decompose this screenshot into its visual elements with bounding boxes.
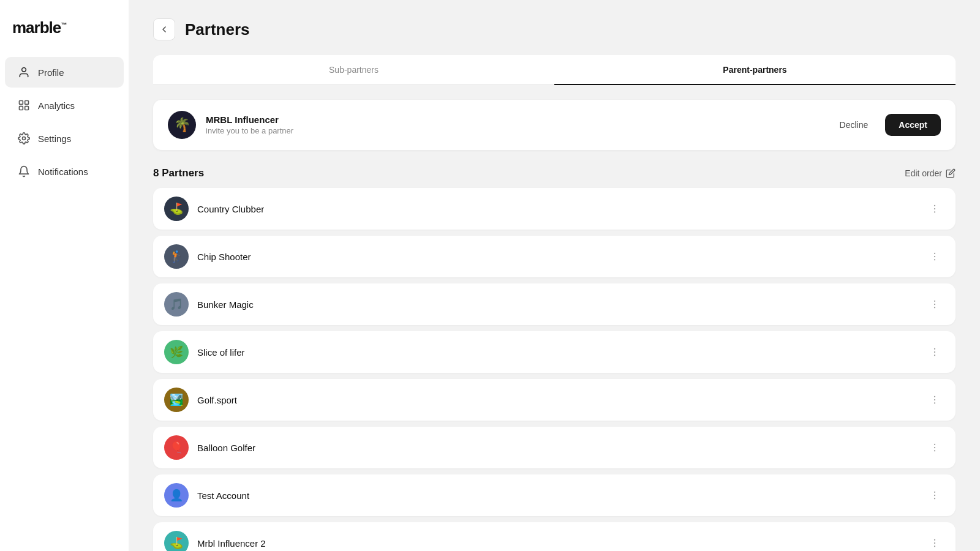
- partner-avatar: 👤: [164, 483, 189, 508]
- partner-item: 🏌️ Chip Shooter: [153, 236, 956, 277]
- dots-vertical-icon: [929, 299, 940, 310]
- partner-item: ⛳ Mrbl Influencer 2: [153, 522, 956, 551]
- invite-subtext: invite you to be a partner: [206, 126, 820, 135]
- decline-button[interactable]: Decline: [830, 115, 878, 135]
- svg-point-16: [934, 351, 935, 353]
- logo-text: marble™: [12, 18, 66, 37]
- tab-sub-partners[interactable]: Sub-partners: [153, 55, 554, 84]
- dots-vertical-icon: [929, 347, 940, 358]
- more-options-button[interactable]: [925, 390, 944, 410]
- svg-point-0: [22, 68, 26, 72]
- partner-avatar: ⛳: [164, 531, 189, 551]
- partner-name: Country Clubber: [197, 204, 916, 214]
- tabs: Sub-partners Parent-partners: [153, 55, 956, 85]
- dots-vertical-icon: [929, 203, 940, 214]
- partner-avatar: 🏌️: [164, 244, 189, 269]
- edit-order-label: Edit order: [905, 168, 942, 178]
- svg-point-20: [934, 402, 935, 403]
- section-header: 8 Partners Edit order: [153, 167, 956, 179]
- gear-icon: [17, 132, 31, 145]
- sidebar-item-label: Profile: [38, 67, 64, 78]
- sidebar-item-label: Analytics: [38, 100, 75, 111]
- svg-point-6: [934, 205, 935, 206]
- logo-tm: ™: [61, 21, 66, 28]
- back-button[interactable]: [153, 18, 175, 40]
- svg-point-7: [934, 208, 935, 209]
- dots-vertical-icon: [929, 490, 940, 501]
- invite-avatar: 🌴: [168, 111, 196, 139]
- partner-avatar: 🎵: [164, 292, 189, 317]
- partner-name: Golf.sport: [197, 395, 916, 405]
- edit-order-button[interactable]: Edit order: [905, 168, 956, 178]
- svg-point-21: [934, 444, 935, 445]
- partner-avatar: 🎈: [164, 435, 189, 460]
- svg-rect-4: [25, 107, 29, 110]
- svg-point-9: [934, 253, 935, 254]
- svg-rect-3: [20, 107, 23, 110]
- dots-vertical-icon: [929, 442, 940, 453]
- svg-point-15: [934, 348, 935, 350]
- sidebar-item-settings[interactable]: Settings: [5, 123, 124, 154]
- svg-point-10: [934, 256, 935, 257]
- tab-label: Sub-partners: [329, 65, 379, 75]
- svg-point-11: [934, 259, 935, 260]
- svg-rect-1: [20, 101, 23, 105]
- svg-rect-2: [25, 101, 29, 105]
- svg-point-17: [934, 354, 935, 356]
- svg-point-26: [934, 498, 935, 499]
- partner-item: 👤 Test Account: [153, 474, 956, 516]
- sidebar: marble™ Profile Analytics: [0, 0, 129, 551]
- partner-avatar: 🏞️: [164, 388, 189, 412]
- svg-point-13: [934, 304, 935, 305]
- person-icon: [17, 66, 31, 79]
- more-options-button[interactable]: [925, 247, 944, 266]
- page-header: Partners: [153, 18, 956, 40]
- svg-point-19: [934, 399, 935, 400]
- svg-point-18: [934, 396, 935, 397]
- more-options-button[interactable]: [925, 294, 944, 314]
- sidebar-item-profile[interactable]: Profile: [5, 57, 124, 88]
- svg-point-12: [934, 301, 935, 302]
- partner-item: 🌿 Slice of lifer: [153, 331, 956, 373]
- partner-avatar: ⛳: [164, 197, 189, 221]
- main-content: Partners Sub-partners Parent-partners 🌴 …: [129, 0, 980, 551]
- page-title: Partners: [185, 20, 250, 39]
- logo: marble™: [0, 12, 129, 56]
- partner-name: Test Account: [197, 490, 916, 501]
- dots-vertical-icon: [929, 251, 940, 262]
- tab-parent-partners[interactable]: Parent-partners: [554, 55, 956, 84]
- svg-point-28: [934, 542, 935, 544]
- svg-point-24: [934, 492, 935, 493]
- more-options-button[interactable]: [925, 533, 944, 551]
- svg-point-5: [23, 137, 26, 140]
- partner-name: Bunker Magic: [197, 299, 916, 310]
- sidebar-item-label: Notifications: [38, 167, 88, 177]
- svg-point-25: [934, 495, 935, 496]
- more-options-button[interactable]: [925, 199, 944, 219]
- dots-vertical-icon: [929, 538, 940, 549]
- svg-point-23: [934, 450, 935, 451]
- sidebar-item-analytics[interactable]: Analytics: [5, 90, 124, 121]
- more-options-button[interactable]: [925, 438, 944, 457]
- partner-avatar: 🌿: [164, 340, 189, 364]
- sidebar-item-label: Settings: [38, 133, 71, 144]
- svg-point-29: [934, 545, 935, 547]
- accept-button[interactable]: Accept: [885, 114, 941, 136]
- pencil-icon: [946, 168, 956, 178]
- svg-point-14: [934, 307, 935, 308]
- logo-wordmark: marble: [12, 18, 61, 37]
- analytics-icon: [17, 99, 31, 112]
- partner-item: 🎈 Balloon Golfer: [153, 427, 956, 468]
- bell-icon: [17, 165, 31, 178]
- invite-actions: Decline Accept: [830, 114, 941, 136]
- tab-label: Parent-partners: [723, 65, 786, 75]
- section-title: 8 Partners: [153, 167, 204, 179]
- sidebar-item-notifications[interactable]: Notifications: [5, 156, 124, 187]
- more-options-button[interactable]: [925, 485, 944, 505]
- dots-vertical-icon: [929, 394, 940, 405]
- svg-point-8: [934, 211, 935, 212]
- more-options-button[interactable]: [925, 342, 944, 362]
- partner-name: Slice of lifer: [197, 347, 916, 358]
- partner-item: ⛳ Country Clubber: [153, 188, 956, 230]
- invite-name: MRBL Influencer: [206, 114, 820, 125]
